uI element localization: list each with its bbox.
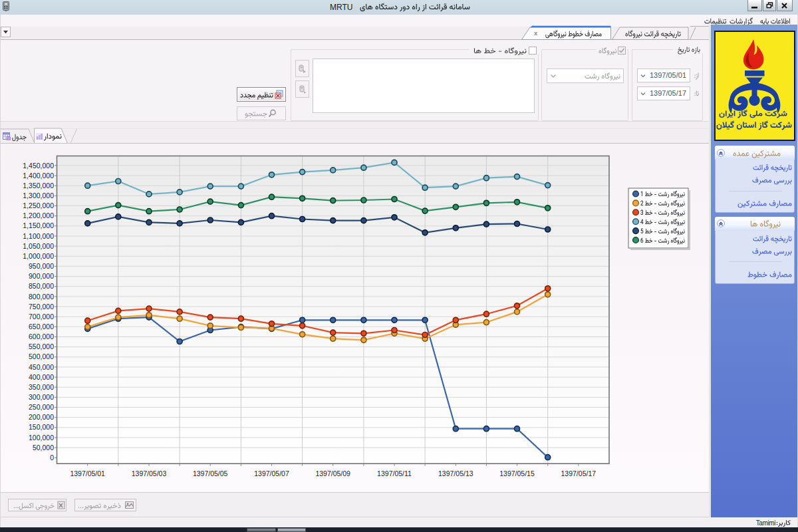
svg-text:950,000: 950,000 xyxy=(29,262,54,270)
svg-text:0: 0 xyxy=(50,454,54,462)
svg-text:1397/05/17: 1397/05/17 xyxy=(561,469,597,477)
svg-text:1397/05/03: 1397/05/03 xyxy=(132,469,167,477)
svg-text:150,000: 150,000 xyxy=(29,423,54,431)
svg-text:1,250,000: 1,250,000 xyxy=(23,201,54,209)
svg-text:1397/05/09: 1397/05/09 xyxy=(315,469,350,477)
svg-text:1,000,000: 1,000,000 xyxy=(23,252,54,260)
svg-text:850,000: 850,000 xyxy=(29,282,54,290)
svg-text:50,000: 50,000 xyxy=(33,444,54,452)
svg-text:700,000: 700,000 xyxy=(29,313,54,321)
svg-text:1,450,000: 1,450,000 xyxy=(23,162,54,170)
svg-text:1,150,000: 1,150,000 xyxy=(23,221,54,229)
svg-text:600,000: 600,000 xyxy=(29,332,54,340)
svg-text:100,000: 100,000 xyxy=(29,434,54,442)
svg-text:1397/05/01: 1397/05/01 xyxy=(70,469,105,477)
svg-text:1,200,000: 1,200,000 xyxy=(23,211,54,219)
svg-text:900,000: 900,000 xyxy=(29,272,54,280)
svg-text:1,100,000: 1,100,000 xyxy=(23,232,54,240)
svg-text:1397/05/07: 1397/05/07 xyxy=(254,469,289,477)
svg-text:1397/05/15: 1397/05/15 xyxy=(499,469,535,477)
svg-text:1,400,000: 1,400,000 xyxy=(23,172,54,180)
svg-text:250,000: 250,000 xyxy=(29,403,54,411)
svg-text:400,000: 400,000 xyxy=(29,373,54,381)
svg-text:1,350,000: 1,350,000 xyxy=(23,182,54,190)
svg-text:500,000: 500,000 xyxy=(29,352,54,360)
svg-text:1,300,000: 1,300,000 xyxy=(23,192,54,200)
svg-text:350,000: 350,000 xyxy=(29,383,54,391)
svg-text:300,000: 300,000 xyxy=(29,393,54,401)
svg-text:750,000: 750,000 xyxy=(29,303,54,311)
svg-text:1397/05/13: 1397/05/13 xyxy=(438,469,473,477)
svg-text:800,000: 800,000 xyxy=(29,293,54,301)
svg-text:450,000: 450,000 xyxy=(29,363,54,371)
svg-text:200,000: 200,000 xyxy=(29,413,54,421)
svg-text:1,050,000: 1,050,000 xyxy=(23,242,54,250)
svg-text:1397/05/11: 1397/05/11 xyxy=(377,469,412,477)
svg-text:550,000: 550,000 xyxy=(29,342,54,350)
svg-text:650,000: 650,000 xyxy=(29,323,54,331)
svg-text:1397/05/05: 1397/05/05 xyxy=(193,469,228,477)
